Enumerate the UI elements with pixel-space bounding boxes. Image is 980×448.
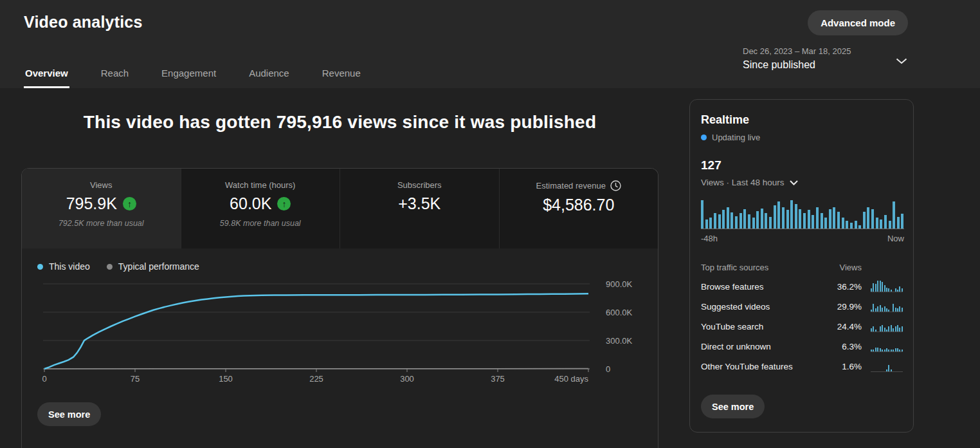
realtime-bar	[871, 209, 874, 229]
chevron-down-icon	[896, 55, 907, 67]
realtime-axis-labels: -48h Now	[701, 234, 904, 243]
axis-label-end: Now	[887, 234, 904, 243]
realtime-bar	[867, 207, 869, 229]
metric-card-watch-time[interactable]: Watch time (hours) 60.0K ↑ 59.8K more th…	[181, 169, 341, 248]
y-axis-tick-label: 600.0K	[606, 308, 632, 317]
table-row[interactable]: Direct or unknown 6.3%	[701, 341, 903, 352]
realtime-views-caption[interactable]: Views · Last 48 hours	[701, 178, 903, 187]
realtime-bar	[821, 213, 823, 229]
realtime-bar	[884, 215, 887, 229]
tab-revenue[interactable]: Revenue	[321, 61, 362, 88]
metric-value: 795.9K ↑	[22, 194, 181, 213]
y-axis-tick-label: 300.0K	[606, 336, 632, 346]
realtime-bar	[893, 201, 895, 229]
realtime-bar	[829, 209, 831, 229]
realtime-bar	[761, 209, 763, 229]
see-more-button[interactable]: See more	[37, 402, 101, 426]
realtime-bar	[855, 221, 857, 229]
x-axis-tick-label: 0	[42, 374, 46, 384]
x-axis-tick-label: 225	[309, 374, 323, 384]
col-header-source: Top traffic sources	[701, 263, 817, 272]
realtime-bar	[730, 212, 733, 229]
realtime-bar	[740, 213, 742, 229]
chart-legend: This video Typical performance	[37, 261, 658, 272]
trend-up-icon: ↑	[277, 197, 291, 210]
top-traffic-sources-table: Top traffic sources Views Browse feature…	[701, 263, 903, 372]
realtime-bar	[858, 225, 861, 229]
date-range-picker[interactable]: Dec 26, 2023 – Mar 18, 2025 Since publis…	[743, 46, 914, 71]
metric-value: +3.5K	[340, 194, 499, 213]
tab-overview[interactable]: Overview	[24, 61, 69, 88]
chevron-down-icon	[790, 178, 798, 187]
metric-subtext: 792.5K more than usual	[22, 219, 181, 228]
realtime-bar	[833, 207, 835, 229]
trend-up-icon: ↑	[123, 197, 136, 210]
page-title: Video analytics	[24, 13, 143, 32]
realtime-48h-bar-chart[interactable]	[701, 198, 904, 229]
live-dot-icon	[701, 135, 707, 140]
realtime-bar	[752, 218, 755, 229]
realtime-bar	[799, 209, 801, 229]
realtime-bar	[816, 207, 819, 229]
key-metrics-row: Views 795.9K ↑ 792.5K more than usual Wa…	[22, 169, 658, 248]
realtime-bar	[889, 221, 891, 229]
see-more-button[interactable]: See more	[701, 395, 765, 418]
realtime-bar	[765, 213, 767, 229]
realtime-bar	[756, 211, 759, 229]
realtime-status: Updating live	[701, 133, 903, 142]
realtime-bar	[880, 219, 882, 229]
metric-value: $4,586.70	[500, 196, 658, 214]
realtime-bar	[782, 207, 785, 229]
table-row[interactable]: Browse features 36.2%	[701, 281, 903, 292]
realtime-bar	[714, 213, 716, 229]
legend-typical-performance: Typical performance	[107, 261, 199, 272]
realtime-bar	[786, 210, 789, 229]
realtime-bar	[842, 218, 844, 229]
realtime-bar	[735, 216, 738, 229]
metric-card-estimated-revenue[interactable]: Estimated revenue $4,586.70	[500, 169, 658, 248]
x-axis-tick-label: 450 days	[554, 374, 588, 384]
x-axis-tick-label: 300	[400, 374, 414, 384]
y-axis-tick-label: 0	[606, 364, 610, 374]
realtime-bar	[705, 219, 708, 229]
tab-reach[interactable]: Reach	[100, 61, 130, 88]
realtime-title: Realtime	[701, 113, 903, 127]
table-row[interactable]: Other YouTube features 1.6%	[701, 360, 903, 372]
realtime-bar	[803, 213, 806, 229]
sparkline-chart	[871, 301, 903, 312]
axis-label-start: -48h	[701, 234, 718, 243]
advanced-mode-button[interactable]: Advanced mode	[808, 10, 908, 35]
tab-audience[interactable]: Audience	[248, 61, 291, 88]
metric-value: 60.0K ↑	[181, 194, 340, 213]
header: Video analytics Advanced mode Overview R…	[0, 0, 980, 88]
realtime-bar	[774, 205, 776, 229]
metric-label: Subscribers	[340, 180, 499, 190]
sparkline-chart	[871, 281, 903, 292]
realtime-bar	[748, 214, 750, 229]
metric-card-subscribers[interactable]: Subscribers +3.5K	[340, 169, 500, 248]
x-axis-tick-label: 75	[131, 374, 140, 384]
x-axis-tick-label: 375	[491, 374, 505, 384]
realtime-bar	[897, 217, 900, 229]
table-row[interactable]: YouTube search 24.4%	[701, 321, 903, 332]
sparkline-chart	[871, 321, 903, 332]
cumulative-views-line-chart[interactable]: 0300.0K600.0K900.0K075150225300375450 da…	[43, 280, 648, 386]
realtime-bar	[709, 218, 712, 229]
realtime-bar	[722, 210, 725, 229]
realtime-bar	[876, 218, 878, 229]
y-axis-tick-label: 900.0K	[606, 279, 632, 289]
clock-icon	[610, 180, 621, 191]
sparkline-chart	[871, 341, 903, 352]
metric-card-views[interactable]: Views 795.9K ↑ 792.5K more than usual	[22, 169, 181, 248]
analytics-tabs: Overview Reach Engagement Audience Reven…	[24, 61, 392, 88]
realtime-bar	[901, 214, 903, 229]
realtime-bar	[777, 201, 780, 229]
realtime-bar	[850, 223, 853, 229]
tab-engagement[interactable]: Engagement	[160, 61, 217, 88]
table-row[interactable]: Suggested videos 29.9%	[701, 301, 903, 312]
metric-subtext: 59.8K more than usual	[181, 219, 340, 228]
metric-label: Views	[22, 180, 181, 190]
realtime-bar	[790, 200, 793, 229]
col-header-views: Views	[826, 263, 862, 272]
date-range-text: Dec 26, 2023 – Mar 18, 2025	[743, 46, 914, 56]
